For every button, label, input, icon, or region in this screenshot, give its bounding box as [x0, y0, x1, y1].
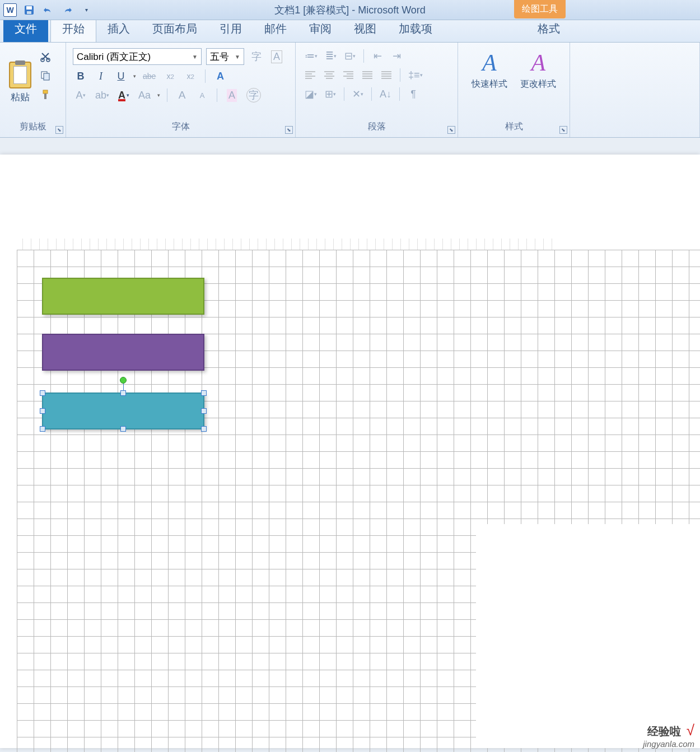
borders-button[interactable]: ⊞▾	[323, 86, 338, 102]
superscript-button[interactable]: x2	[183, 68, 198, 84]
svg-rect-6	[44, 73, 49, 80]
resize-handle-s[interactable]	[120, 426, 126, 432]
grow-font-button[interactable]: A	[174, 87, 190, 103]
distributed-button[interactable]	[379, 67, 394, 83]
brush-icon	[40, 89, 51, 100]
bucket-icon: ◪	[305, 88, 314, 100]
tab-format[interactable]: 格式	[526, 17, 571, 42]
styles-group-label: 样式	[463, 119, 565, 135]
numbering-button[interactable]: ≣▾	[323, 48, 339, 64]
shape-blue-rectangle-selected[interactable]	[42, 393, 204, 429]
tab-addins[interactable]: 加载项	[388, 17, 444, 42]
font-color-swatch	[118, 99, 125, 101]
resize-handle-se[interactable]	[201, 426, 207, 432]
text-effects-button[interactable]: A	[212, 68, 231, 84]
phonetic-icon: 字	[251, 50, 262, 63]
paste-label: 粘贴	[11, 91, 30, 104]
quick-styles-button[interactable]: A 快速样式	[468, 49, 511, 90]
font-group-label: 字体	[71, 119, 291, 135]
subscript-button[interactable]: x2	[162, 68, 178, 84]
border-a-icon: A	[271, 50, 282, 63]
sort-az-button[interactable]: A↓	[377, 86, 394, 102]
show-marks-button[interactable]: ¶	[405, 86, 421, 102]
change-styles-label: 更改样式	[520, 78, 556, 90]
cut-button[interactable]	[38, 49, 53, 64]
increase-indent-button[interactable]: ⇥	[389, 48, 404, 64]
justify-icon	[362, 71, 372, 79]
font-color-button[interactable]: A ▾	[116, 87, 132, 103]
format-painter-button[interactable]	[38, 87, 53, 102]
justify-button[interactable]	[360, 67, 375, 83]
italic-button[interactable]: I	[93, 68, 109, 84]
clear-formatting-button[interactable]: A	[224, 87, 240, 103]
drawing-tools-tab-header: 绘图工具	[514, 0, 566, 18]
multilevel-list-button[interactable]: ⊟▾	[342, 48, 358, 64]
font-dialog-launcher[interactable]: ⬊	[285, 126, 293, 134]
bullets-icon: ≔	[305, 50, 315, 62]
shading-button[interactable]: ◪▾	[302, 86, 319, 102]
clipboard-group-label: 剪贴板	[4, 119, 61, 135]
tab-file[interactable]: 文件	[3, 17, 48, 42]
resize-handle-sw[interactable]	[40, 426, 45, 432]
tab-references[interactable]: 引用	[208, 17, 253, 42]
shape-purple-rectangle[interactable]	[42, 334, 204, 371]
copy-button[interactable]	[38, 68, 53, 83]
text-effects-icon: A	[214, 70, 229, 82]
align-right-button[interactable]	[340, 67, 356, 83]
resize-handle-ne[interactable]	[201, 390, 207, 396]
distributed-icon	[381, 71, 391, 79]
strikethrough-button[interactable]: abe	[141, 68, 158, 84]
indent-icon: ⇥	[393, 50, 401, 62]
char-shading-button[interactable]: A▾	[73, 87, 88, 103]
clipboard-dialog-launcher[interactable]: ⬊	[55, 126, 63, 134]
align-center-button[interactable]	[321, 67, 337, 83]
group-paragraph: ≔▾ ≣▾ ⊟▾ ⇤ ⇥ ‡≡▾ ◪▾ ⊞▾ ✕▾	[296, 43, 458, 137]
character-border-button[interactable]: A	[269, 49, 284, 64]
paste-icon	[9, 62, 31, 88]
qat-customize[interactable]: ▾	[78, 2, 94, 18]
decrease-indent-button[interactable]: ⇤	[370, 48, 385, 64]
outdent-icon: ⇤	[374, 50, 382, 62]
quick-access-toolbar: W ▾	[0, 2, 94, 18]
tab-review[interactable]: 审阅	[298, 17, 343, 42]
resize-handle-e[interactable]	[201, 408, 207, 414]
sort-icon: ✕	[352, 88, 361, 100]
ruler-tick-marks	[22, 239, 554, 250]
phonetic-guide-button[interactable]: 字	[249, 49, 264, 64]
document-page[interactable]	[0, 155, 700, 748]
shrink-font-button[interactable]: A	[194, 87, 210, 103]
tab-page-layout[interactable]: 页面布局	[141, 17, 208, 42]
styles-dialog-launcher[interactable]: ⬊	[559, 126, 567, 134]
highlight-button[interactable]: ab▾	[93, 87, 111, 103]
change-case-button[interactable]: Aa	[136, 87, 153, 103]
sort-button[interactable]: ✕▾	[350, 86, 366, 102]
resize-handle-w[interactable]	[40, 408, 45, 414]
redo-button[interactable]	[59, 2, 75, 18]
paste-button[interactable]: 粘贴	[4, 46, 36, 119]
scissors-icon	[40, 51, 51, 62]
bullets-button[interactable]: ≔▾	[302, 48, 320, 64]
tab-mailings[interactable]: 邮件	[253, 17, 298, 42]
paragraph-dialog-launcher[interactable]: ⬊	[447, 126, 455, 134]
line-spacing-button[interactable]: ‡≡▾	[406, 67, 425, 83]
az-icon: A↓	[380, 88, 391, 100]
tab-insert[interactable]: 插入	[96, 17, 141, 42]
undo-button[interactable]	[40, 2, 56, 18]
group-styles: A 快速样式 A 更改样式 样式 ⬊	[458, 43, 570, 137]
resize-handle-nw[interactable]	[40, 390, 45, 396]
quick-styles-label: 快速样式	[472, 78, 507, 90]
align-left-button[interactable]	[302, 67, 318, 83]
underline-button[interactable]: U	[113, 68, 129, 84]
bold-button[interactable]: B	[73, 68, 88, 84]
enclose-chars-button[interactable]: 字	[244, 87, 263, 103]
rotate-handle[interactable]	[120, 377, 127, 384]
tab-view[interactable]: 视图	[343, 17, 388, 42]
app-icon[interactable]: W	[2, 2, 18, 18]
save-button[interactable]	[21, 2, 37, 18]
group-editing-partial	[570, 43, 700, 137]
shape-green-rectangle[interactable]	[42, 278, 204, 315]
change-styles-button[interactable]: A 更改样式	[517, 49, 560, 90]
font-name-combo[interactable]: Calibri (西文正文) ▼	[73, 48, 202, 65]
resize-handle-n[interactable]	[120, 390, 126, 396]
font-size-combo[interactable]: 五号 ▼	[206, 48, 244, 65]
